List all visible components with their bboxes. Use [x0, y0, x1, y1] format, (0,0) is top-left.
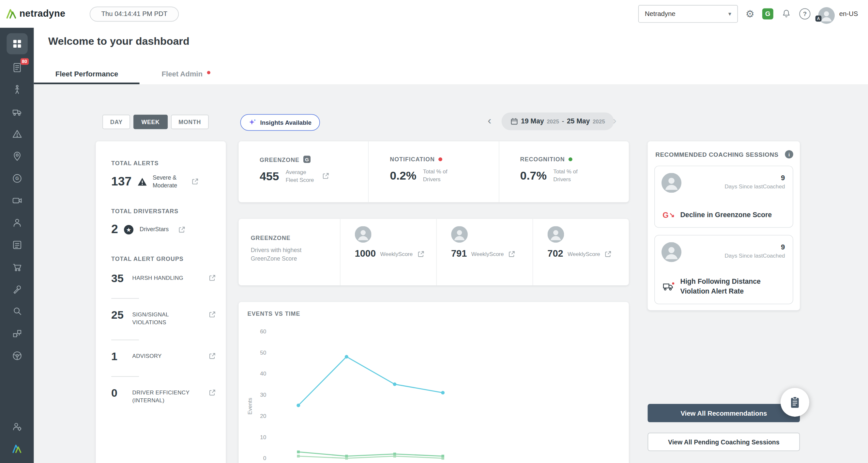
external-link-icon[interactable] [322, 172, 330, 180]
help-icon[interactable]: ? [799, 8, 810, 19]
driverstars-label: DriverStars [140, 226, 173, 233]
sidebar-item-maintenance[interactable] [0, 278, 34, 300]
date-range-picker[interactable]: 19 May 2025 - 25 May 2025 [501, 112, 614, 130]
sidebar-item-driving-insights[interactable] [0, 345, 34, 367]
events-chart-title: EVENTS VS TIME [248, 310, 301, 317]
sidebar-item-pedestrian[interactable] [0, 79, 34, 101]
locale-badge-icon: A [815, 16, 822, 22]
sidebar-item-dashboard[interactable] [0, 31, 34, 57]
info-icon[interactable]: i [785, 150, 793, 158]
week-toggle-button[interactable]: WEEK [134, 115, 168, 129]
sidebar-item-map-search[interactable] [0, 300, 34, 323]
org-selector[interactable]: Netradyne ▼ [638, 5, 738, 23]
external-link-icon[interactable] [209, 389, 216, 396]
timestamp-button[interactable]: Thu 04:14:41 PM PDT [90, 6, 179, 22]
pedestrian-icon [11, 84, 23, 95]
tab-fleet-performance[interactable]: Fleet Performance [56, 70, 118, 78]
external-link-icon[interactable] [417, 250, 424, 257]
recognition-dot-icon [568, 157, 572, 161]
greenzone-decline-icon: G↘ [662, 211, 675, 220]
following-distance-truck-icon [662, 282, 675, 292]
external-link-icon[interactable] [209, 353, 216, 360]
insights-available-pill[interactable]: Insights Available [240, 114, 320, 131]
stat-notification-title: NOTIFICATION [390, 156, 435, 162]
sidebar-item-netradyne-mark[interactable] [0, 438, 34, 460]
date-next-button[interactable]: › [609, 114, 620, 126]
day-toggle-button[interactable]: DAY [102, 115, 130, 129]
greenzone-drivers-subtitle: Drivers with highest GreenZone Score [251, 246, 313, 263]
coaching-clipboard-fab[interactable] [781, 388, 809, 417]
sidebar-item-locations[interactable] [0, 145, 34, 168]
svg-text:40: 40 [260, 371, 266, 377]
notification-dot-icon [439, 157, 443, 161]
external-link-icon[interactable] [209, 311, 216, 318]
shopping-cart-icon [11, 262, 23, 273]
netradyne-mark-icon [11, 443, 23, 455]
external-link-icon[interactable] [604, 250, 612, 257]
avatar [661, 173, 681, 193]
location-pin-icon [11, 151, 23, 162]
date-separator: - [562, 118, 564, 125]
sidebar: 80 G [0, 28, 34, 463]
divider [111, 298, 139, 299]
avatar [547, 226, 564, 242]
days-since-coached-value: 9 [781, 173, 785, 181]
svg-text:★: ★ [126, 226, 131, 233]
dashboard-content: DAY WEEK MONTH Insights Available ‹ 19 M… [34, 84, 868, 463]
tab-fleet-admin[interactable]: Fleet Admin [162, 70, 203, 78]
severity-warning-icon [137, 177, 147, 187]
sidebar-item-reports[interactable] [0, 234, 34, 256]
sidebar-item-greenzone[interactable]: G [0, 167, 34, 190]
month-toggle-button[interactable]: MONTH [171, 115, 209, 129]
external-link-icon[interactable] [179, 226, 186, 233]
sidebar-item-alerts[interactable] [0, 123, 34, 145]
fleet-stats-card: GREENZONE G 455 Average Fleet Score NOTI… [239, 141, 628, 202]
external-link-icon[interactable] [191, 178, 199, 185]
sidebar-item-video-requests[interactable] [0, 190, 34, 211]
user-settings-icon [11, 421, 23, 432]
user-avatar[interactable]: A [818, 7, 832, 21]
svg-text:20: 20 [260, 413, 266, 419]
greenzone-app-icon[interactable]: G [762, 8, 773, 19]
coaching-sessions-card: RECOMMENDED COACHING SESSIONS i 9 Days S… [648, 141, 800, 311]
alert-group-item: 35 HARSH HANDLING [111, 272, 216, 299]
alert-group-value: 25 [111, 309, 126, 322]
external-link-icon[interactable] [508, 250, 516, 257]
greenzone-icon: G [11, 173, 23, 184]
view-all-pending-button[interactable]: View All Pending Coaching Sessions [648, 433, 800, 451]
view-all-recommendations-button[interactable]: View All Recommendations [648, 404, 800, 422]
date-prev-button[interactable]: ‹ [485, 114, 495, 126]
coaching-reason: High Following Distance Violation Alert … [680, 276, 789, 296]
notifications-bell-icon[interactable] [781, 8, 792, 19]
alert-group-item: 25 SIGN/SIGNAL VIOLATIONS [111, 309, 216, 341]
sidebar-item-drivers[interactable] [0, 211, 34, 234]
coaching-reason: Decline in Greenzone Score [680, 210, 772, 220]
sidebar-item-account-settings[interactable] [0, 416, 34, 438]
driverstars-title: TOTAL DRIVERSTARS [111, 208, 216, 214]
settings-gear-icon[interactable]: ⚙ [746, 9, 754, 19]
video-camera-icon [11, 195, 23, 206]
warning-triangle-icon [11, 128, 23, 140]
sidebar-item-safety-events[interactable]: 80 [0, 57, 34, 79]
chevron-down-icon: ▼ [727, 11, 732, 17]
external-link-icon[interactable] [209, 274, 216, 282]
date-end-year: 2025 [593, 118, 605, 124]
date-start-year: 2025 [547, 118, 559, 124]
sidebar-item-assets[interactable] [0, 323, 34, 345]
fleet-admin-alert-dot [207, 71, 210, 74]
coaching-session-card[interactable]: 9 Days Since lastCoached G↘ Decline in G… [654, 166, 793, 228]
top-bar: netradyne Thu 04:14:41 PM PDT Netradyne … [0, 0, 868, 28]
steering-wheel-icon [11, 350, 23, 361]
coaching-session-card[interactable]: 9 Days Since lastCoached High Following … [654, 235, 793, 304]
map-search-icon [11, 306, 23, 317]
driver-score: 791 [451, 248, 467, 259]
avatar [661, 242, 681, 262]
sparkle-icon [249, 118, 256, 126]
driverstars-value: 2 [111, 222, 118, 237]
page-title: Welcome to your dashboard [48, 36, 189, 48]
sidebar-item-fleet[interactable] [0, 101, 34, 123]
stat-notification-value: 0.2% [390, 169, 416, 182]
clipboard-icon [788, 396, 802, 409]
sidebar-item-marketplace[interactable] [0, 256, 34, 278]
days-since-coached-label: Days Since lastCoached [724, 253, 785, 259]
